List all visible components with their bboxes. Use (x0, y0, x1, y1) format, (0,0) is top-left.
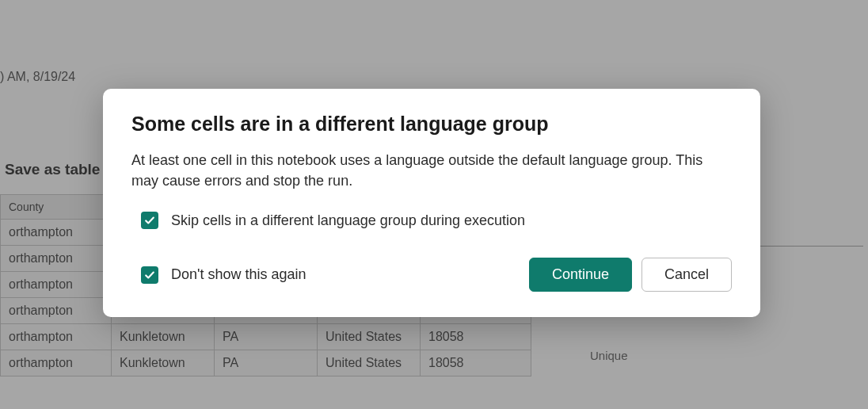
dialog-body-text: At least one cell in this notebook uses … (131, 150, 732, 191)
dont-show-label: Don't show this again (171, 266, 306, 283)
language-group-dialog: Some cells are in a different language g… (103, 89, 760, 317)
skip-cells-option[interactable]: Skip cells in a different language group… (131, 212, 732, 229)
checkmark-icon (144, 215, 155, 226)
dont-show-option[interactable]: Don't show this again (141, 266, 306, 284)
dialog-buttons: Continue Cancel (529, 258, 732, 292)
cancel-button[interactable]: Cancel (641, 258, 732, 292)
checkmark-icon (144, 269, 155, 281)
dialog-title: Some cells are in a different language g… (131, 113, 732, 136)
skip-cells-checkbox[interactable] (141, 212, 158, 229)
dialog-footer: Don't show this again Continue Cancel (131, 258, 732, 292)
dont-show-checkbox[interactable] (141, 266, 158, 284)
skip-cells-label: Skip cells in a different language group… (171, 212, 525, 229)
continue-button[interactable]: Continue (529, 258, 632, 292)
